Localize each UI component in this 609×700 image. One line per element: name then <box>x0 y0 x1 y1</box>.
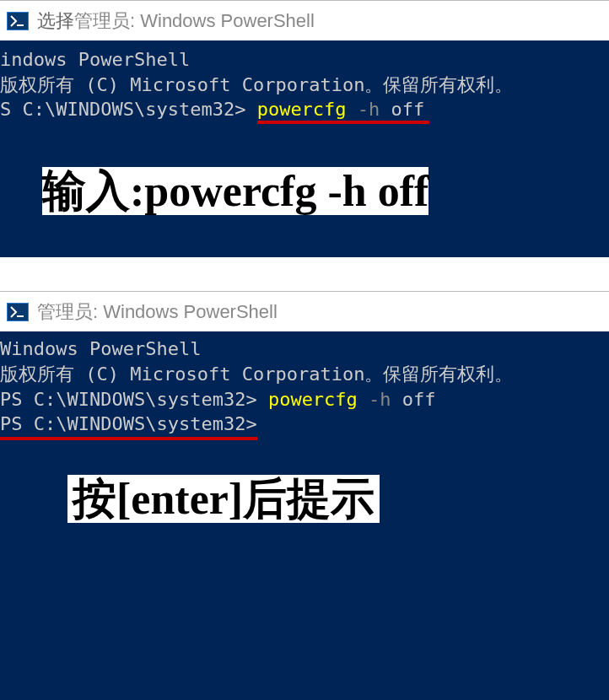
console-bottom-area <box>0 523 609 700</box>
console-arg: off <box>391 99 425 120</box>
console-command: powercfg <box>257 99 347 120</box>
window2-titlebar: 管理员: Windows PowerShell <box>0 291 609 331</box>
window1-console[interactable]: indows PowerShell 版权所有 (C) Microsoft Cor… <box>0 40 609 142</box>
window2-title-main: 管理员: Windows PowerShell <box>37 301 278 322</box>
console-flag: -h <box>347 99 391 120</box>
console-command-underlined: powercfg -h off <box>257 97 425 122</box>
annotation1-label: 输入: <box>42 167 144 215</box>
annotation1: 输入:powercfg -h off <box>0 142 609 257</box>
annotation2-text: 按[enter]后提示 <box>67 475 380 523</box>
console-line-appname: Windows PowerShell <box>0 337 609 362</box>
powershell-icon <box>7 303 29 321</box>
console-command: powercfg <box>268 389 358 410</box>
gap <box>0 257 609 291</box>
window1-title: 选择管理员: Windows PowerShell <box>37 8 315 34</box>
window1-titlebar: 选择管理员: Windows PowerShell <box>0 0 609 40</box>
powershell-icon <box>7 12 29 30</box>
console-prompt-line-1: PS C:\WINDOWS\system32> powercfg -h off <box>0 387 609 412</box>
window1-title-prefix: 选择 <box>37 10 74 31</box>
console-prompt-line-2: PS C:\WINDOWS\system32> <box>0 412 609 437</box>
window1-title-main: 管理员: Windows PowerShell <box>74 10 315 31</box>
window2-title: 管理员: Windows PowerShell <box>37 299 278 325</box>
annotation2: 按[enter]后提示 <box>0 458 609 523</box>
console-cursor <box>257 413 268 434</box>
console-prompt-underlined: PS C:\WINDOWS\system32> <box>0 412 257 437</box>
console-line-copyright: 版权所有 (C) Microsoft Corporation。保留所有权利。 <box>0 362 609 387</box>
console-line-appname: indows PowerShell <box>0 47 609 73</box>
console-prompt: PS C:\WINDOWS\system32> <box>0 389 268 410</box>
annotation1-cmd: powercfg -h off <box>144 167 428 215</box>
console-arg: off <box>402 389 436 410</box>
console-flag: -h <box>358 389 402 410</box>
window2-console[interactable]: Windows PowerShell 版权所有 (C) Microsoft Co… <box>0 331 609 458</box>
console-prompt-line: S C:\WINDOWS\system32> powercfg -h off <box>0 97 609 122</box>
console-line-copyright: 版权所有 (C) Microsoft Corporation。保留所有权利。 <box>0 73 609 98</box>
console-prompt: S C:\WINDOWS\system32> <box>0 99 257 120</box>
